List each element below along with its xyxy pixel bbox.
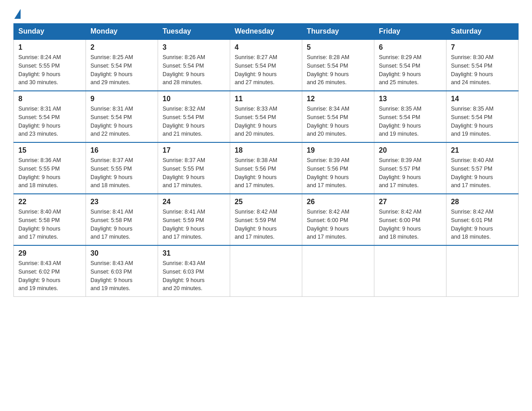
calendar-cell: 17Sunrise: 8:37 AMSunset: 5:55 PMDayligh… — [158, 142, 230, 194]
day-number: 5 — [307, 43, 369, 51]
calendar-week-row: 1Sunrise: 8:24 AMSunset: 5:55 PMDaylight… — [14, 39, 519, 91]
day-info: Sunrise: 8:31 AMSunset: 5:54 PMDaylight:… — [90, 105, 153, 138]
day-number: 29 — [18, 249, 81, 257]
calendar-cell: 31Sunrise: 8:43 AMSunset: 6:03 PMDayligh… — [158, 245, 230, 297]
day-info: Sunrise: 8:36 AMSunset: 5:55 PMDaylight:… — [18, 156, 81, 190]
calendar-cell: 27Sunrise: 8:42 AMSunset: 6:00 PMDayligh… — [374, 194, 446, 245]
day-info: Sunrise: 8:42 AMSunset: 6:00 PMDaylight:… — [307, 208, 369, 241]
day-info: Sunrise: 8:37 AMSunset: 5:55 PMDaylight:… — [163, 156, 225, 190]
calendar-header-row: SundayMondayTuesdayWednesdayThursdayFrid… — [14, 24, 519, 40]
calendar-cell: 12Sunrise: 8:34 AMSunset: 5:54 PMDayligh… — [302, 91, 374, 142]
day-info: Sunrise: 8:30 AMSunset: 5:54 PMDaylight:… — [451, 53, 514, 87]
calendar-cell: 10Sunrise: 8:32 AMSunset: 5:54 PMDayligh… — [158, 91, 230, 142]
calendar-cell — [302, 245, 374, 297]
calendar-cell: 18Sunrise: 8:38 AMSunset: 5:56 PMDayligh… — [230, 142, 302, 194]
calendar-cell: 4Sunrise: 8:27 AMSunset: 5:54 PMDaylight… — [230, 39, 302, 91]
calendar-cell: 23Sunrise: 8:41 AMSunset: 5:58 PMDayligh… — [86, 194, 158, 245]
day-info: Sunrise: 8:34 AMSunset: 5:54 PMDaylight:… — [307, 105, 369, 138]
calendar-cell: 24Sunrise: 8:41 AMSunset: 5:59 PMDayligh… — [158, 194, 230, 245]
day-number: 23 — [90, 198, 153, 206]
day-info: Sunrise: 8:41 AMSunset: 5:59 PMDaylight:… — [163, 208, 225, 241]
day-number: 31 — [163, 249, 225, 257]
day-number: 4 — [235, 43, 297, 51]
day-number: 15 — [18, 146, 81, 154]
day-info: Sunrise: 8:39 AMSunset: 5:56 PMDaylight:… — [307, 156, 369, 190]
day-number: 7 — [451, 43, 514, 51]
day-number: 19 — [307, 146, 369, 154]
day-info: Sunrise: 8:28 AMSunset: 5:54 PMDaylight:… — [307, 53, 369, 87]
calendar-cell: 6Sunrise: 8:29 AMSunset: 5:54 PMDaylight… — [374, 39, 446, 91]
logo — [13, 9, 21, 19]
day-of-week-header: Tuesday — [158, 24, 230, 40]
day-of-week-header: Wednesday — [230, 24, 302, 40]
calendar-cell: 16Sunrise: 8:37 AMSunset: 5:55 PMDayligh… — [86, 142, 158, 194]
day-info: Sunrise: 8:43 AMSunset: 6:03 PMDaylight:… — [90, 259, 153, 293]
day-number: 9 — [90, 95, 153, 103]
calendar-week-row: 22Sunrise: 8:40 AMSunset: 5:58 PMDayligh… — [14, 194, 519, 245]
day-number: 26 — [307, 198, 369, 206]
page-header — [13, 9, 519, 19]
day-info: Sunrise: 8:33 AMSunset: 5:54 PMDaylight:… — [235, 105, 297, 138]
calendar-cell: 20Sunrise: 8:39 AMSunset: 5:57 PMDayligh… — [374, 142, 446, 194]
calendar-cell: 2Sunrise: 8:25 AMSunset: 5:54 PMDaylight… — [86, 39, 158, 91]
day-info: Sunrise: 8:29 AMSunset: 5:54 PMDaylight:… — [379, 53, 442, 87]
calendar-week-row: 15Sunrise: 8:36 AMSunset: 5:55 PMDayligh… — [14, 142, 519, 194]
day-info: Sunrise: 8:31 AMSunset: 5:54 PMDaylight:… — [18, 105, 81, 138]
day-number: 13 — [379, 95, 442, 103]
day-info: Sunrise: 8:40 AMSunset: 5:58 PMDaylight:… — [18, 208, 81, 241]
calendar-cell: 26Sunrise: 8:42 AMSunset: 6:00 PMDayligh… — [302, 194, 374, 245]
day-number: 12 — [307, 95, 369, 103]
calendar-cell: 30Sunrise: 8:43 AMSunset: 6:03 PMDayligh… — [86, 245, 158, 297]
day-number: 10 — [163, 95, 225, 103]
calendar-week-row: 29Sunrise: 8:43 AMSunset: 6:02 PMDayligh… — [14, 245, 519, 297]
day-number: 30 — [90, 249, 153, 257]
day-of-week-header: Saturday — [446, 24, 519, 40]
calendar-cell: 3Sunrise: 8:26 AMSunset: 5:54 PMDaylight… — [158, 39, 230, 91]
calendar-cell: 22Sunrise: 8:40 AMSunset: 5:58 PMDayligh… — [14, 194, 86, 245]
logo-triangle-icon — [14, 9, 21, 19]
day-info: Sunrise: 8:26 AMSunset: 5:54 PMDaylight:… — [163, 53, 225, 87]
calendar-cell — [446, 245, 519, 297]
day-info: Sunrise: 8:43 AMSunset: 6:02 PMDaylight:… — [18, 259, 81, 293]
day-of-week-header: Thursday — [302, 24, 374, 40]
calendar-cell: 13Sunrise: 8:35 AMSunset: 5:54 PMDayligh… — [374, 91, 446, 142]
calendar-cell — [230, 245, 302, 297]
day-number: 17 — [163, 146, 225, 154]
day-number: 18 — [235, 146, 297, 154]
calendar-cell: 25Sunrise: 8:42 AMSunset: 5:59 PMDayligh… — [230, 194, 302, 245]
calendar-cell: 29Sunrise: 8:43 AMSunset: 6:02 PMDayligh… — [14, 245, 86, 297]
day-number: 27 — [379, 198, 442, 206]
day-number: 20 — [379, 146, 442, 154]
day-info: Sunrise: 8:42 AMSunset: 6:00 PMDaylight:… — [379, 208, 442, 241]
calendar-cell: 7Sunrise: 8:30 AMSunset: 5:54 PMDaylight… — [446, 39, 519, 91]
calendar-cell: 8Sunrise: 8:31 AMSunset: 5:54 PMDaylight… — [14, 91, 86, 142]
day-number: 8 — [18, 95, 81, 103]
day-number: 1 — [18, 43, 81, 51]
calendar-cell: 1Sunrise: 8:24 AMSunset: 5:55 PMDaylight… — [14, 39, 86, 91]
calendar-cell: 15Sunrise: 8:36 AMSunset: 5:55 PMDayligh… — [14, 142, 86, 194]
day-number: 22 — [18, 198, 81, 206]
day-info: Sunrise: 8:38 AMSunset: 5:56 PMDaylight:… — [235, 156, 297, 190]
day-number: 28 — [451, 198, 514, 206]
day-info: Sunrise: 8:39 AMSunset: 5:57 PMDaylight:… — [379, 156, 442, 190]
day-info: Sunrise: 8:32 AMSunset: 5:54 PMDaylight:… — [163, 105, 225, 138]
day-of-week-header: Friday — [374, 24, 446, 40]
day-of-week-header: Monday — [86, 24, 158, 40]
day-info: Sunrise: 8:42 AMSunset: 5:59 PMDaylight:… — [235, 208, 297, 241]
day-number: 21 — [451, 146, 514, 154]
day-info: Sunrise: 8:27 AMSunset: 5:54 PMDaylight:… — [235, 53, 297, 87]
calendar-table: SundayMondayTuesdayWednesdayThursdayFrid… — [13, 23, 519, 297]
day-info: Sunrise: 8:41 AMSunset: 5:58 PMDaylight:… — [90, 208, 153, 241]
day-number: 25 — [235, 198, 297, 206]
day-number: 6 — [379, 43, 442, 51]
day-info: Sunrise: 8:24 AMSunset: 5:55 PMDaylight:… — [18, 53, 81, 87]
day-info: Sunrise: 8:25 AMSunset: 5:54 PMDaylight:… — [90, 53, 153, 87]
day-number: 14 — [451, 95, 514, 103]
calendar-cell: 19Sunrise: 8:39 AMSunset: 5:56 PMDayligh… — [302, 142, 374, 194]
calendar-cell: 11Sunrise: 8:33 AMSunset: 5:54 PMDayligh… — [230, 91, 302, 142]
day-info: Sunrise: 8:35 AMSunset: 5:54 PMDaylight:… — [451, 105, 514, 138]
calendar-week-row: 8Sunrise: 8:31 AMSunset: 5:54 PMDaylight… — [14, 91, 519, 142]
day-info: Sunrise: 8:43 AMSunset: 6:03 PMDaylight:… — [163, 259, 225, 293]
calendar-cell: 9Sunrise: 8:31 AMSunset: 5:54 PMDaylight… — [86, 91, 158, 142]
day-info: Sunrise: 8:35 AMSunset: 5:54 PMDaylight:… — [379, 105, 442, 138]
